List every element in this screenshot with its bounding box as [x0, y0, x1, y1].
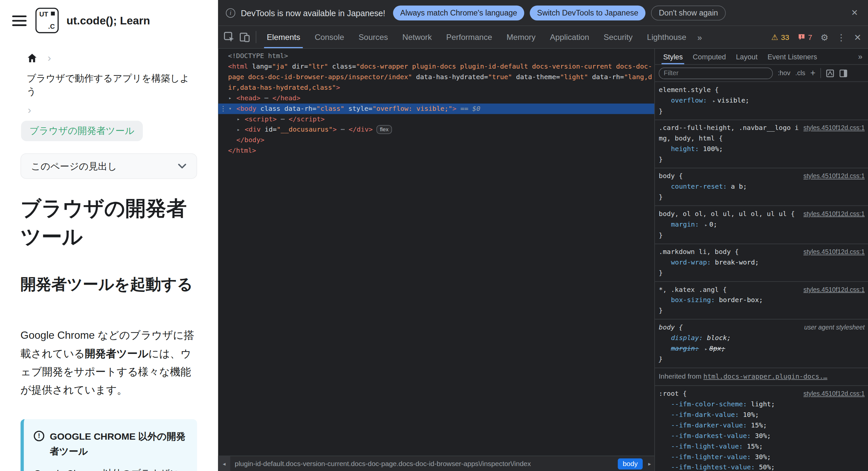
stylesheet-link[interactable]: styles.4510f12d.css:1	[803, 247, 865, 258]
site-title[interactable]: ut.code(); Learn	[66, 14, 150, 27]
kebab-menu-icon[interactable]: ⋮	[837, 32, 845, 42]
css-property[interactable]: --ifm-dark-value: 10%;	[659, 410, 864, 420]
property-value: visible;	[717, 96, 749, 104]
tab-network[interactable]: Network	[395, 26, 439, 48]
stylesheet-link[interactable]: styles.4510f12d.css:1	[803, 388, 865, 399]
rule-selector[interactable]: body {	[659, 172, 683, 180]
expand-icon[interactable]: ▸	[705, 346, 708, 352]
tab-application[interactable]: Application	[543, 26, 597, 48]
css-property[interactable]: height: 100%;	[659, 144, 864, 154]
tab-lighthouse[interactable]: Lighthouse	[640, 26, 693, 48]
dont-show-again-button[interactable]: Don't show again	[651, 5, 726, 20]
styles-tab-event-listeners[interactable]: Event Listeners	[763, 49, 822, 64]
info-icon: i	[226, 8, 236, 18]
property-name: --ifm-color-scheme:	[671, 400, 747, 408]
tab-console[interactable]: Console	[307, 26, 351, 48]
toc-toggle[interactable]: このページの見出し	[21, 153, 197, 179]
rule-selector[interactable]: :root {	[659, 390, 687, 398]
expand-icon[interactable]: ▸	[228, 93, 231, 103]
issues-badge[interactable]: 7	[798, 33, 812, 41]
styles-tab-computed[interactable]: Computed	[688, 49, 731, 64]
expand-icon[interactable]: ▸	[237, 125, 240, 135]
tab-security[interactable]: Security	[596, 26, 640, 48]
gear-icon[interactable]: ⚙	[820, 32, 829, 42]
css-property[interactable]: --ifm-lighter-value: 30%;	[659, 452, 864, 463]
scroll-left-icon[interactable]: ◂	[218, 456, 230, 471]
dom-node[interactable]: <html lang="ja" dir="ltr" class="docs-wr…	[218, 61, 654, 93]
flex-badge[interactable]: flex	[377, 125, 392, 134]
css-property[interactable]: --ifm-light-value: 15%;	[659, 441, 864, 452]
css-property[interactable]: margin: ▸0;	[659, 219, 864, 230]
css-property[interactable]: box-sizing: border-box;	[659, 295, 864, 306]
rule-selector[interactable]: *, .katex .angl {	[659, 286, 726, 293]
breadcrumb-selected[interactable]: body	[618, 458, 643, 469]
stylesheet-link[interactable]: styles.4510f12d.css:1	[803, 285, 865, 295]
expand-icon[interactable]: ▸	[713, 98, 716, 103]
rule-header: user agent stylesheetbody {	[659, 322, 864, 333]
styles-tab-layout[interactable]: Layout	[731, 49, 763, 64]
rule-header: element.style {	[659, 85, 864, 95]
css-property[interactable]: overflow: ▸visible;	[659, 95, 864, 106]
dom-node[interactable]: ▸<div id="__docusaurus"> ⋯ </div>flex	[218, 125, 654, 135]
styles-tab-styles[interactable]: Styles	[658, 49, 688, 64]
switch-japanese-button[interactable]: Switch DevTools to Japanese	[530, 5, 646, 20]
css-property[interactable]: --ifm-darker-value: 15%;	[659, 420, 864, 431]
warnings-badge[interactable]: ⚠33	[771, 33, 789, 41]
close-devtools-icon[interactable]: ✕	[854, 32, 861, 42]
css-property[interactable]: word-wrap: break-word;	[659, 258, 864, 268]
breadcrumb-path[interactable]: plugin-id-default.docs-version-current.d…	[230, 460, 615, 468]
css-property[interactable]: --ifm-color-scheme: light;	[659, 399, 864, 410]
collapse-icon[interactable]: ▾	[228, 103, 231, 114]
css-property[interactable]: margin: ▸8px;	[659, 343, 864, 354]
inherited-link[interactable]: html.docs-wrapper.plugin-docs.…	[704, 373, 828, 381]
tab-elements[interactable]: Elements	[259, 26, 307, 48]
site-logo[interactable]: UT .C	[35, 8, 58, 33]
new-style-rule-icon[interactable]: +	[810, 69, 815, 77]
expand-icon[interactable]: ▸	[237, 114, 240, 125]
stylesheet-link[interactable]: styles.4510f12d.css:1	[803, 171, 865, 182]
dom-node[interactable]: ▸<head> ⋯ </head>	[218, 93, 654, 103]
tab-memory[interactable]: Memory	[499, 26, 543, 48]
stylesheet-link[interactable]: styles.4510f12d.css:1	[803, 209, 865, 219]
property-name: margin:	[671, 220, 699, 228]
more-tabs-icon[interactable]: »	[693, 32, 706, 42]
device-toolbar-icon[interactable]	[237, 30, 252, 44]
rule-header: styles.4510f12d.css:1.card--full-height,…	[659, 123, 864, 144]
computed-sidebar-icon[interactable]	[839, 69, 847, 77]
style-rule: styles.4510f12d.css:1.markdown li, body …	[655, 244, 868, 282]
home-icon[interactable]	[27, 53, 38, 64]
property-value: 15%;	[747, 442, 763, 450]
rule-selector[interactable]: body, ol ol, ol ul, ul ol, ul ul {	[659, 210, 795, 218]
dom-node[interactable]: ▸<script> ⋯ </script>	[218, 114, 654, 125]
dom-node[interactable]: </body>	[218, 135, 654, 146]
toggle-element-state-button[interactable]: :hov	[778, 69, 790, 77]
expand-icon[interactable]: ▸	[705, 222, 708, 228]
more-tabs-icon[interactable]: »	[856, 52, 865, 61]
dom-node[interactable]: </html>	[218, 146, 654, 156]
node-menu-icon[interactable]: ⋮	[220, 103, 226, 114]
menu-icon[interactable]	[11, 13, 28, 28]
css-property[interactable]: display: block;	[659, 333, 864, 343]
stylesheet-link[interactable]: styles.4510f12d.css:1	[803, 123, 865, 133]
scroll-right-icon[interactable]: ▸	[645, 461, 654, 467]
tab-sources[interactable]: Sources	[351, 26, 395, 48]
inspect-icon[interactable]	[221, 30, 237, 44]
css-property[interactable]: counter-reset: a b;	[659, 182, 864, 192]
tab-performance[interactable]: Performance	[439, 26, 499, 48]
css-property[interactable]: --ifm-darkest-value: 30%;	[659, 431, 864, 441]
notification-close-icon[interactable]: ✕	[849, 7, 860, 19]
font-editor-icon[interactable]	[826, 69, 834, 77]
rule-selector[interactable]: .markdown li, body {	[659, 248, 739, 256]
style-rule: styles.4510f12d.css:1body, ol ol, ol ul,…	[655, 206, 868, 244]
dom-node[interactable]: ⋮▾<body class data-rh="class" style="ove…	[218, 103, 654, 114]
css-property[interactable]: --ifm-lightest-value: 50%;	[659, 463, 864, 471]
dom-node[interactable]: <!DOCTYPE html>	[218, 51, 654, 61]
rule-selector[interactable]: .card--full-height, .navbar__logo img, b…	[659, 124, 798, 142]
element-classes-button[interactable]: .cls	[796, 69, 805, 77]
breadcrumb-parent[interactable]: ブラウザで動作するアプリを構築しよう	[27, 72, 198, 99]
rule-selector[interactable]: element.style {	[659, 86, 719, 93]
match-language-button[interactable]: Always match Chrome's language	[393, 5, 524, 20]
styles-panel: StylesComputedLayoutEvent Listeners » :h…	[655, 49, 868, 471]
rule-selector[interactable]: body {	[659, 323, 683, 331]
filter-input[interactable]	[659, 67, 773, 79]
